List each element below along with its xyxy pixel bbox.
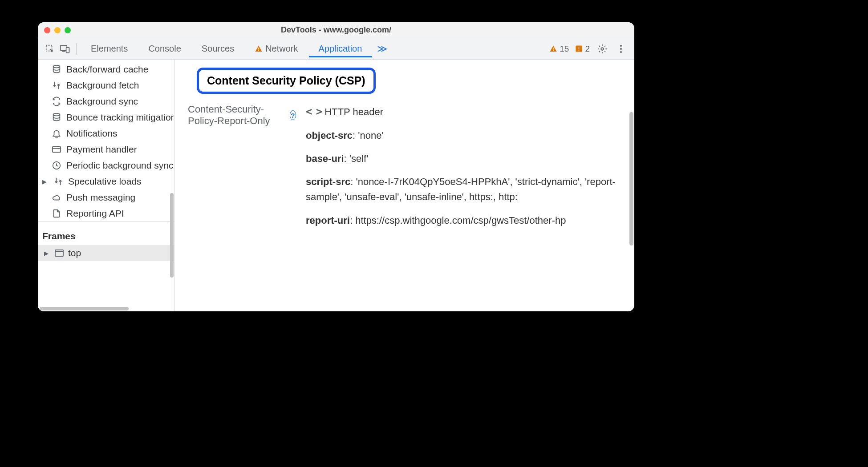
sidebar-item-label: Notifications bbox=[66, 128, 117, 139]
toolbar-divider bbox=[76, 43, 77, 55]
background-fetch-icon bbox=[51, 80, 62, 91]
sidebar-item-background-sync[interactable]: Background sync bbox=[38, 93, 174, 109]
csp-row: Content-Security-Policy-Report-Only ? < … bbox=[188, 104, 634, 228]
csp-directive-base-uri: base-uri: 'self' bbox=[306, 151, 634, 166]
directive-name: object-src bbox=[306, 130, 353, 141]
tab-elements[interactable]: Elements bbox=[81, 40, 138, 57]
tab-network[interactable]: Network bbox=[245, 40, 308, 57]
sidebar-item-bounce-tracking[interactable]: Bounce tracking mitigation bbox=[38, 109, 174, 125]
tab-application[interactable]: Application bbox=[309, 40, 372, 57]
frames-item-top[interactable]: ▶ top bbox=[38, 245, 174, 261]
frame-icon bbox=[54, 248, 65, 258]
code-icon: < > bbox=[306, 104, 321, 120]
directive-name: base-uri bbox=[306, 153, 344, 164]
tab-label: Network bbox=[265, 44, 298, 54]
tab-label: Elements bbox=[91, 44, 128, 54]
tab-console[interactable]: Console bbox=[138, 40, 191, 57]
tab-sources[interactable]: Sources bbox=[192, 40, 244, 57]
file-icon bbox=[51, 208, 62, 219]
csp-directive-report-uri: report-uri: https://csp.withgoogle.com/c… bbox=[306, 213, 634, 228]
sidebar-item-label: Background sync bbox=[66, 96, 138, 107]
tabs-overflow-button[interactable]: ≫ bbox=[373, 43, 392, 55]
inspect-icon[interactable] bbox=[43, 42, 57, 56]
database-icon bbox=[51, 64, 62, 75]
bell-icon bbox=[51, 128, 62, 139]
titlebar: DevTools - www.google.com/ bbox=[38, 22, 634, 38]
csp-source-label: HTTP header bbox=[324, 105, 383, 120]
svg-point-13 bbox=[620, 51, 622, 53]
warnings-count: 15 bbox=[560, 44, 569, 54]
sidebar-item-label: Reporting API bbox=[66, 208, 124, 219]
expand-arrow-icon: ▶ bbox=[42, 178, 49, 185]
issues-indicator[interactable]: 2 bbox=[575, 44, 590, 54]
main-vertical-scrollbar-thumb[interactable] bbox=[629, 112, 633, 246]
sidebar-item-label: Payment handler bbox=[66, 144, 137, 155]
sidebar-item-speculative-loads[interactable]: ▶ Speculative loads bbox=[38, 173, 174, 189]
device-toggle-icon[interactable] bbox=[58, 42, 72, 56]
minimize-button[interactable] bbox=[54, 27, 61, 33]
directive-value: : 'none' bbox=[353, 130, 384, 141]
tab-label: Application bbox=[319, 44, 362, 54]
window-title: DevTools - www.google.com/ bbox=[281, 25, 391, 35]
panel-body: Back/forward cache Background fetch Back… bbox=[38, 60, 634, 311]
tab-label: Console bbox=[148, 44, 181, 54]
sidebar-item-label: Push messaging bbox=[66, 192, 135, 203]
frames-item-label: top bbox=[68, 248, 81, 258]
settings-button[interactable] bbox=[596, 43, 608, 55]
svg-point-11 bbox=[620, 45, 622, 47]
svg-point-12 bbox=[620, 48, 622, 50]
directive-name: report-uri bbox=[306, 215, 350, 226]
more-menu-button[interactable] bbox=[615, 43, 627, 55]
main-toolbar: Elements Console Sources Network Applica… bbox=[38, 38, 634, 60]
background-sync-icon bbox=[51, 96, 62, 107]
sidebar-item-label: Speculative loads bbox=[68, 176, 142, 187]
csp-heading: Content Security Policy (CSP) bbox=[197, 68, 376, 94]
svg-rect-4 bbox=[258, 50, 259, 51]
csp-directive-script-src: script-src: 'nonce-I-7rK04QpY5oeS4-HPPkh… bbox=[306, 174, 634, 205]
sidebar-item-label: Back/forward cache bbox=[66, 64, 148, 75]
tab-label: Sources bbox=[202, 44, 234, 54]
svg-point-15 bbox=[53, 113, 60, 116]
sidebar-item-payment-handler[interactable]: Payment handler bbox=[38, 141, 174, 157]
sidebar-item-periodic-sync[interactable]: Periodic background sync bbox=[38, 157, 174, 173]
warnings-indicator[interactable]: 15 bbox=[549, 44, 569, 54]
csp-heading-wrap: Content Security Policy (CSP) bbox=[197, 68, 634, 94]
panel-tabs: Elements Console Sources Network Applica… bbox=[81, 40, 392, 57]
svg-rect-8 bbox=[579, 47, 579, 49]
help-icon[interactable]: ? bbox=[290, 110, 296, 120]
directive-value: : https://csp.withgoogle.com/csp/gwsTest… bbox=[350, 215, 566, 226]
vertical-scrollbar-thumb[interactable] bbox=[170, 193, 174, 278]
sidebar-item-push-messaging[interactable]: Push messaging bbox=[38, 189, 174, 205]
svg-point-10 bbox=[601, 48, 604, 50]
sidebar-item-label: Bounce tracking mitigation bbox=[66, 112, 174, 123]
sidebar-item-background-fetch[interactable]: Background fetch bbox=[38, 77, 174, 93]
horizontal-scrollbar[interactable] bbox=[38, 306, 174, 311]
csp-report-only-label: Content-Security-Policy-Report-Only ? bbox=[188, 104, 296, 127]
sidebar-item-bfcache[interactable]: Back/forward cache bbox=[38, 61, 174, 77]
toolbar-right: 15 2 bbox=[549, 43, 629, 55]
svg-rect-3 bbox=[258, 48, 259, 50]
svg-rect-2 bbox=[66, 47, 69, 52]
expand-arrow-icon: ▶ bbox=[44, 250, 50, 257]
svg-rect-9 bbox=[579, 50, 579, 50]
issue-square-icon bbox=[575, 45, 583, 52]
csp-report-only-text: Content-Security-Policy-Report-Only bbox=[188, 104, 286, 127]
csp-directive-object-src: object-src: 'none' bbox=[306, 128, 634, 143]
svg-rect-6 bbox=[553, 50, 554, 51]
svg-rect-18 bbox=[55, 250, 63, 256]
sidebar-item-notifications[interactable]: Notifications bbox=[38, 125, 174, 141]
sidebar-item-label: Background fetch bbox=[66, 80, 139, 91]
warning-triangle-icon bbox=[549, 45, 557, 53]
database-icon bbox=[51, 112, 62, 123]
csp-source: < > HTTP header bbox=[306, 104, 634, 120]
card-icon bbox=[51, 144, 62, 155]
devtools-window: DevTools - www.google.com/ Elements Cons… bbox=[38, 22, 634, 311]
maximize-button[interactable] bbox=[65, 27, 71, 33]
horizontal-scrollbar-thumb[interactable] bbox=[40, 307, 129, 310]
sidebar-item-reporting-api[interactable]: Reporting API bbox=[38, 205, 174, 221]
cloud-icon bbox=[51, 192, 62, 203]
close-button[interactable] bbox=[44, 27, 50, 33]
directive-name: script-src bbox=[306, 176, 350, 187]
clock-icon bbox=[51, 160, 62, 171]
background-fetch-icon bbox=[53, 176, 64, 187]
